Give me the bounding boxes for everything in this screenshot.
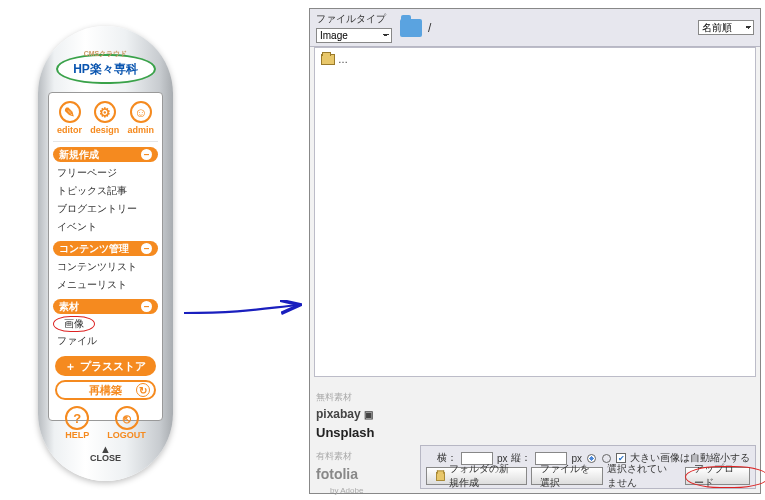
upload-toolbar: 横： px 縦： px ✔ 大きい画像は自動縮小する フォルダの新規作成 ファイ… <box>420 445 756 489</box>
file-browser-dialog: ファイルタイプ Image / 名前順 … 無料素材 pixabay ▣ Uns… <box>309 8 761 494</box>
item-topics[interactable]: トピックス記事 <box>53 182 158 200</box>
user-icon: ☺ <box>130 101 152 123</box>
plus-store-label: プラスストア <box>80 359 146 374</box>
pencil-icon: ✎ <box>59 101 81 123</box>
gear-icon: ⚙ <box>94 101 116 123</box>
tab-editor[interactable]: ✎editor <box>57 101 82 135</box>
help-label: HELP <box>65 430 89 440</box>
logout-label: LOGOUT <box>107 430 146 440</box>
choose-file-button[interactable]: ファイルを選択 <box>531 467 603 485</box>
item-menu-list[interactable]: メニューリスト <box>53 276 158 294</box>
help-icon: ? <box>65 406 89 430</box>
folder-icon <box>436 472 445 481</box>
sort-select[interactable]: 名前順 <box>698 20 754 35</box>
item-image[interactable]: 画像 <box>53 316 95 332</box>
fotolia-byline: by Adobe <box>316 485 410 497</box>
camera-icon: ▣ <box>364 409 373 420</box>
stock-sources: 無料素材 pixabay ▣ Unsplash 有料素材 fotolia by … <box>310 387 416 500</box>
collapse-icon: – <box>141 149 152 160</box>
list-item-label: … <box>338 54 348 65</box>
new-folder-button[interactable]: フォルダの新規作成 <box>426 467 527 485</box>
item-freepage[interactable]: フリーページ <box>53 164 158 182</box>
mode-tabs: ✎editor ⚙design ☺admin <box>53 97 158 142</box>
logo-title: HP楽々専科 <box>73 61 138 78</box>
file-type-label: ファイルタイプ <box>316 12 392 26</box>
dialog-topbar: ファイルタイプ Image / 名前順 <box>310 9 760 47</box>
collapse-icon: – <box>141 243 152 254</box>
file-type-select[interactable]: Image <box>316 28 392 43</box>
paid-sources-heading: 有料素材 <box>316 450 410 464</box>
section-assets-title: 素材 <box>59 299 79 314</box>
refresh-icon: ↻ <box>136 383 150 397</box>
arrow-icon <box>180 285 310 345</box>
collapse-icon: – <box>141 301 152 312</box>
section-assets[interactable]: 素材– <box>53 299 158 314</box>
link-unsplash[interactable]: Unsplash <box>316 423 410 443</box>
new-folder-label: フォルダの新規作成 <box>449 462 518 490</box>
link-fotolia[interactable]: fotolia <box>316 464 410 485</box>
tab-admin[interactable]: ☺admin <box>127 101 154 135</box>
folder-icon <box>321 54 335 65</box>
section-new[interactable]: 新規作成– <box>53 147 158 162</box>
tab-design-label: design <box>90 125 119 135</box>
item-file[interactable]: ファイル <box>53 332 158 350</box>
highlight-oval-icon <box>685 466 765 488</box>
bottom-actions: ?HELP ⎋LOGOUT <box>53 406 158 440</box>
section-new-title: 新規作成 <box>59 147 99 162</box>
item-content-list[interactable]: コンテンツリスト <box>53 258 158 276</box>
tab-editor-label: editor <box>57 125 82 135</box>
close-button[interactable]: ▲ CLOSE <box>90 445 121 463</box>
admin-pill-panel: CMSクラウド HP楽々専科 ✎editor ⚙design ☺admin 新規… <box>38 26 173 481</box>
item-blog[interactable]: ブログエントリー <box>53 200 158 218</box>
tab-design[interactable]: ⚙design <box>90 101 119 135</box>
rebuild-label: 再構築 <box>89 383 122 398</box>
rebuild-button[interactable]: 再構築↻ <box>55 380 156 400</box>
logout-button[interactable]: ⎋LOGOUT <box>107 406 146 440</box>
tab-admin-label: admin <box>127 125 154 135</box>
chevron-up-icon: ▲ <box>90 445 121 453</box>
section-content[interactable]: コンテンツ管理– <box>53 241 158 256</box>
plus-store-button[interactable]: ＋プラスストア <box>55 356 156 376</box>
section-content-title: コンテンツ管理 <box>59 241 129 256</box>
folder-icon <box>400 19 422 37</box>
logo-subtitle: CMSクラウド <box>84 49 128 59</box>
logout-icon: ⎋ <box>115 406 139 430</box>
no-file-text: 選択されていません <box>607 462 677 490</box>
file-list-area[interactable]: … <box>314 47 756 377</box>
plus-icon: ＋ <box>65 359 76 374</box>
list-item[interactable]: … <box>321 54 348 65</box>
help-button[interactable]: ?HELP <box>65 406 89 440</box>
free-sources-heading: 無料素材 <box>316 391 410 405</box>
path-text: / <box>428 21 431 35</box>
logo: CMSクラウド HP楽々専科 <box>56 54 156 84</box>
link-pixabay[interactable]: pixabay ▣ <box>316 405 410 423</box>
pill-body: ✎editor ⚙design ☺admin 新規作成– フリーページ トピック… <box>48 92 163 421</box>
item-event[interactable]: イベント <box>53 218 158 236</box>
close-label: CLOSE <box>90 453 121 463</box>
